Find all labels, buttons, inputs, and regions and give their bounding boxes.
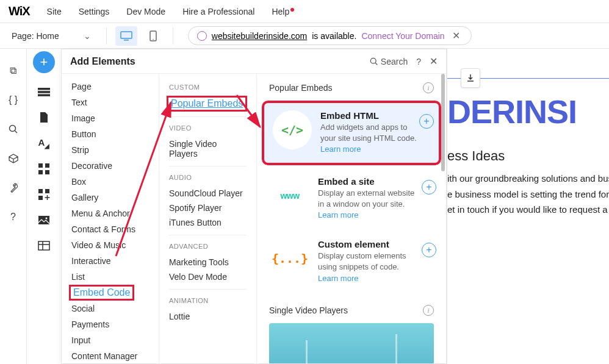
editor-canvas[interactable]: DERINSI ess Ideas ith our groundbreaking… — [447, 49, 609, 364]
desktop-icon — [120, 31, 132, 41]
add-elements-button[interactable]: + — [33, 51, 55, 73]
domain-name[interactable]: websitebuilderinside.com — [212, 31, 307, 41]
sub-lottie[interactable]: Lottie — [159, 309, 256, 324]
divider — [173, 27, 173, 45]
sub-marketing[interactable]: Marketing Tools — [159, 255, 256, 269]
apps-icon[interactable] — [37, 162, 51, 176]
scrollbar[interactable] — [441, 74, 445, 363]
sub-label-custom: CUSTOM — [159, 81, 256, 93]
cat-social[interactable]: Social — [62, 301, 159, 316]
page-selector[interactable]: Page: Home ⌄ — [5, 28, 98, 44]
cat-image[interactable]: Image — [62, 110, 159, 126]
sub-popular-embeds-highlight[interactable]: Popular Embeds — [167, 96, 247, 112]
svg-rect-7 — [38, 91, 50, 93]
cat-embed-code-highlight[interactable]: Embed Code — [69, 285, 134, 301]
svg-line-5 — [15, 131, 17, 134]
mobile-icon — [150, 30, 157, 41]
svg-rect-0 — [121, 32, 132, 38]
desktop-device-button[interactable] — [115, 26, 137, 46]
learn-more-link[interactable]: Learn more — [318, 274, 358, 283]
panel-search[interactable]: Search — [370, 57, 408, 66]
tool-rail: + A◢ — [27, 49, 61, 364]
svg-rect-15 — [38, 196, 43, 200]
add-embed-button[interactable]: + — [422, 180, 436, 194]
svg-rect-1 — [124, 40, 129, 41]
help-icon[interactable]: ? — [7, 211, 20, 223]
braces-icon: {...} — [272, 251, 308, 266]
info-icon[interactable]: i — [423, 82, 434, 93]
embed-options-panel: Popular Embeds i </> Embed HTML Add widg… — [257, 74, 446, 363]
download-button[interactable] — [461, 68, 480, 88]
cat-decorative[interactable]: Decorative — [62, 158, 159, 174]
embed-section-title: Popular Embeds — [269, 83, 333, 93]
cat-strip[interactable]: Strip — [62, 142, 159, 158]
design-icon[interactable]: A◢ — [37, 137, 51, 150]
cat-page[interactable]: Page — [62, 79, 159, 95]
learn-more-link[interactable]: Learn more — [320, 145, 361, 154]
search-icon[interactable] — [7, 123, 20, 135]
menu-settings[interactable]: Settings — [70, 7, 118, 16]
cat-text[interactable]: Text — [62, 95, 159, 110]
cat-button[interactable]: Button — [62, 126, 159, 142]
cat-list[interactable]: List — [62, 269, 159, 285]
svg-point-4 — [9, 126, 15, 132]
svg-rect-14 — [45, 189, 49, 193]
info-icon[interactable]: i — [423, 305, 434, 316]
sub-itunes[interactable]: iTunes Button — [159, 215, 256, 230]
close-icon[interactable]: ✕ — [450, 30, 463, 41]
layers-icon[interactable]: ⧉ — [7, 65, 20, 77]
panel-title: Add Elements — [70, 56, 135, 67]
svg-rect-12 — [45, 170, 49, 174]
page-heading[interactable]: DERINSI — [447, 93, 577, 130]
close-icon[interactable]: ✕ — [430, 55, 438, 67]
data-icon[interactable] — [37, 239, 51, 252]
cat-contact-forms[interactable]: Contact & Forms — [62, 221, 159, 237]
wix-logo[interactable]: WiX — [9, 4, 30, 18]
embed-card-desc: Add widgets and apps to your site using … — [320, 122, 417, 155]
svg-rect-13 — [38, 189, 43, 193]
embed-html-card[interactable]: </> Embed HTML Add widgets and apps to y… — [262, 101, 441, 165]
sub-label-advanced: ADVANCED — [159, 240, 256, 252]
code-icon[interactable]: { } — [7, 94, 20, 106]
cat-content-manager[interactable]: Content Manager — [62, 348, 159, 363]
svg-point-3 — [153, 38, 154, 40]
top-menu-bar: WiX Site Settings Dev Mode Hire a Profes… — [0, 0, 609, 23]
sections-icon[interactable] — [37, 85, 51, 99]
embed-site-card[interactable]: www Embed a site Display an external web… — [262, 169, 441, 229]
svg-rect-9 — [38, 163, 43, 168]
tools-icon[interactable] — [7, 182, 20, 194]
menu-dev-mode[interactable]: Dev Mode — [118, 7, 174, 16]
page-icon[interactable] — [37, 111, 51, 124]
cat-payments[interactable]: Payments — [62, 316, 159, 332]
sub-single-video[interactable]: Single Video Players — [159, 137, 256, 161]
page-body-text[interactable]: ith our groundbreaking solutions and bus… — [447, 171, 609, 218]
add-embed-button[interactable]: + — [422, 243, 436, 257]
menu-site[interactable]: Site — [38, 7, 70, 16]
custom-element-card[interactable]: {...} Custom element Display custom elem… — [262, 232, 441, 291]
sub-spotify[interactable]: Spotify Player — [159, 201, 256, 215]
toolbar: Page: Home ⌄ websitebuilderinside.com is… — [0, 23, 609, 49]
learn-more-link[interactable]: Learn more — [318, 210, 358, 219]
menu-help[interactable]: Help — [263, 7, 298, 16]
cat-video-music[interactable]: Video & Music — [62, 237, 159, 253]
mobile-device-button[interactable] — [142, 26, 164, 46]
menu-hire[interactable]: Hire a Professional — [174, 7, 263, 16]
apps-plus-icon[interactable] — [37, 188, 51, 201]
media-icon[interactable] — [37, 213, 51, 227]
cat-box[interactable]: Box — [62, 174, 159, 190]
sub-soundcloud[interactable]: SoundCloud Player — [159, 186, 256, 201]
video-thumbnail[interactable] — [269, 323, 434, 363]
help-icon[interactable]: ? — [416, 57, 421, 66]
sub-velo[interactable]: Velo Dev Mode — [159, 269, 256, 284]
embed-card-desc: Display an external website in a window … — [318, 188, 420, 221]
add-embed-button[interactable]: + — [419, 114, 434, 129]
cat-gallery[interactable]: Gallery — [62, 190, 159, 205]
svg-point-17 — [46, 218, 48, 219]
html-code-icon: </> — [281, 123, 303, 137]
cat-input[interactable]: Input — [62, 332, 159, 348]
page-subheading[interactable]: ess Ideas — [447, 148, 505, 164]
connect-domain-link[interactable]: Connect Your Domain — [361, 31, 444, 41]
cat-menu-anchor[interactable]: Menu & Anchor — [62, 205, 159, 221]
cat-interactive[interactable]: Interactive — [62, 253, 159, 269]
package-icon[interactable] — [7, 152, 20, 165]
